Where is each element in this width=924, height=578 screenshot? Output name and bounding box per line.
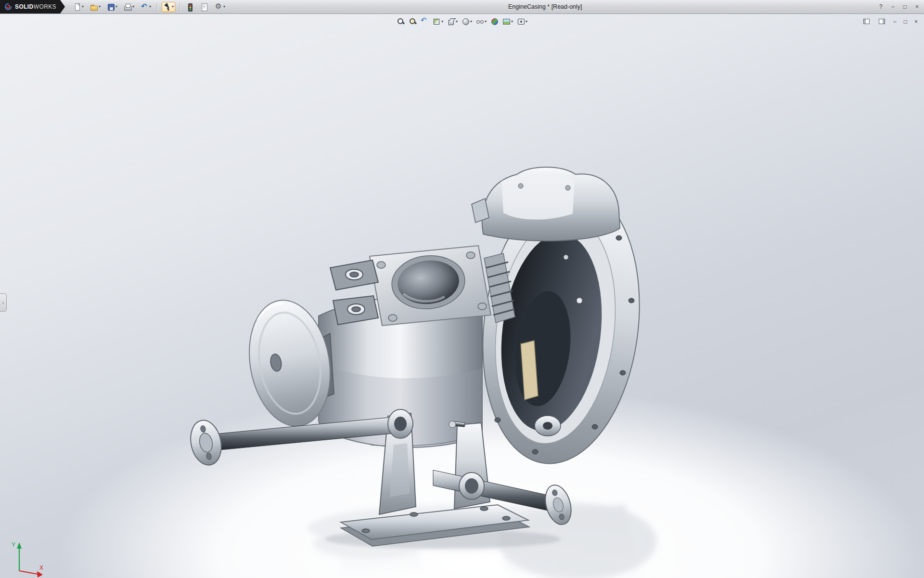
model-top-cover[interactable] <box>472 167 620 241</box>
triad-x-axis <box>19 571 38 574</box>
pane-right-icon <box>878 17 886 26</box>
minimize-button[interactable]: − <box>890 3 896 11</box>
triad-x-label: X <box>39 565 43 571</box>
view-orientation-button[interactable]: ▾ <box>446 16 459 26</box>
undo-button[interactable]: ▾ <box>139 2 153 12</box>
restore-pane-layout-button[interactable] <box>861 16 872 26</box>
floppy-icon <box>107 3 115 11</box>
rebuild-button[interactable] <box>184 2 195 12</box>
options-dropdown[interactable]: ▾ <box>223 5 225 9</box>
undo-dropdown[interactable]: ▾ <box>149 5 151 9</box>
doc-controls: −□× <box>861 16 919 26</box>
traffic-light-icon <box>186 3 194 11</box>
save-button[interactable]: ▾ <box>105 2 119 12</box>
brand-text-solid: SOLID <box>15 3 34 10</box>
gear-icon <box>215 3 223 11</box>
pane-left-icon <box>862 17 871 26</box>
hide-show-items-button[interactable]: ▾ <box>475 16 488 26</box>
minimize-icon: − <box>891 4 895 10</box>
section-icon <box>433 17 441 26</box>
apply-scene-dropdown[interactable]: ▾ <box>511 20 513 24</box>
display-style-button[interactable]: ▾ <box>460 16 474 26</box>
graphics-area[interactable]: ▾▾▾▾▾▾ −□× ‹ <box>0 14 924 578</box>
model-carb-flange[interactable] <box>370 246 491 326</box>
zoom-to-area-button[interactable] <box>407 16 418 26</box>
toggle-split-pane-button[interactable] <box>876 16 887 26</box>
open-document-dropdown[interactable]: ▾ <box>99 5 101 9</box>
hide-show-items-dropdown[interactable]: ▾ <box>485 20 487 24</box>
headsup-toolbar: ▾▾▾▾▾▾ <box>395 16 529 26</box>
printer-icon <box>124 3 132 11</box>
new-document-button[interactable]: ▾ <box>72 2 85 12</box>
folder-icon <box>90 3 98 11</box>
print-button[interactable]: ▾ <box>122 2 136 12</box>
model-bearing-boss-rear[interactable] <box>459 473 484 499</box>
model-bearing-boss-front[interactable] <box>388 409 413 438</box>
file-properties-button[interactable] <box>199 2 210 12</box>
triad-y-arrow <box>17 542 22 549</box>
section-view-button[interactable]: ▾ <box>431 16 445 26</box>
edit-appearance-button[interactable] <box>489 16 500 26</box>
restore-button[interactable]: □ <box>902 3 908 11</box>
window-controls: ?−□× <box>878 0 920 13</box>
save-dropdown[interactable]: ▾ <box>116 5 117 9</box>
doc-close-icon: × <box>914 19 918 25</box>
cursor-icon <box>163 3 171 11</box>
prev-view-icon <box>421 17 429 26</box>
new-doc-icon <box>73 3 81 11</box>
toolbar-separator <box>180 2 180 12</box>
close-button[interactable]: × <box>914 3 920 11</box>
triad-x-arrow <box>37 571 43 578</box>
dassault-logo-icon <box>4 3 12 11</box>
options-button[interactable]: ▾ <box>213 2 227 12</box>
doc-minimize-button[interactable]: − <box>892 18 898 26</box>
main-toolbar: ▾▾▾▾▾▾▾ <box>72 2 227 12</box>
zoom-area-icon <box>409 17 417 26</box>
zoom-fit-icon <box>397 17 405 26</box>
display-style-dropdown[interactable]: ▾ <box>470 20 472 24</box>
glasses-icon <box>476 17 484 26</box>
doc-restore-button[interactable]: □ <box>902 18 909 26</box>
orientation-triad: Y X <box>9 540 49 578</box>
appearance-ball-icon <box>490 17 499 26</box>
scene-icon <box>502 17 511 26</box>
undo-arrow-icon <box>141 3 149 11</box>
zoom-to-fit-button[interactable] <box>395 16 406 26</box>
apply-scene-button[interactable]: ▾ <box>501 16 514 26</box>
help-icon: ? <box>879 4 883 10</box>
titlebar[interactable]: SOLIDWORKS ▾▾▾▾▾▾▾ EngineCasing * [Read-… <box>0 0 924 14</box>
view-settings-icon <box>517 17 525 26</box>
solidworks-logo: SOLIDWORKS <box>0 0 65 13</box>
view-settings-dropdown[interactable]: ▾ <box>526 20 527 24</box>
section-view-dropdown[interactable]: ▾ <box>441 20 443 24</box>
new-document-dropdown[interactable]: ▾ <box>82 5 84 9</box>
close-icon: × <box>915 4 919 10</box>
select-dropdown[interactable]: ▾ <box>172 5 174 9</box>
select-button[interactable]: ▾ <box>162 2 175 12</box>
model-mount-lugs[interactable] <box>330 260 378 325</box>
previous-view-button[interactable] <box>419 16 430 26</box>
view-settings-button[interactable]: ▾ <box>515 16 529 26</box>
open-document-button[interactable]: ▾ <box>89 2 102 12</box>
help-button[interactable]: ? <box>878 3 884 11</box>
print-dropdown[interactable]: ▾ <box>132 5 134 9</box>
doc-sheet-icon <box>200 3 208 11</box>
window-title: EngineCasing * [Read-only] <box>508 3 582 10</box>
restore-icon: □ <box>903 4 907 10</box>
triad-y-label: Y <box>12 541 15 548</box>
view-cube-icon <box>447 17 455 26</box>
doc-close-button[interactable]: × <box>913 18 919 26</box>
doc-minimize-icon: − <box>893 19 897 25</box>
display-style-icon <box>462 17 470 26</box>
view-orientation-dropdown[interactable]: ▾ <box>456 20 458 24</box>
toolbar-separator <box>157 2 157 12</box>
brand-text: SOLIDWORKS <box>15 3 56 10</box>
doc-restore-icon: □ <box>904 19 907 25</box>
model-engine-casing[interactable] <box>164 156 676 578</box>
brand-text-works: WORKS <box>34 3 56 10</box>
collapsed-panel-tab[interactable]: ‹ <box>0 293 7 312</box>
